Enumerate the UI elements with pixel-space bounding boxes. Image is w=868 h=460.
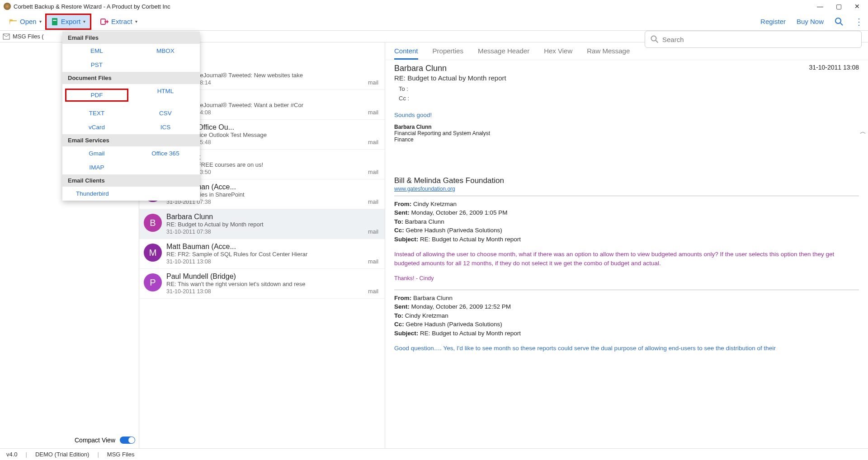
export-mbox[interactable]: MBOX <box>156 47 175 54</box>
export-imap[interactable]: IMAP <box>89 164 104 171</box>
extract-button[interactable]: Extract ▾ <box>96 15 142 28</box>
sig-title: Financial Reporting and System Analyst <box>394 130 859 136</box>
q2-sent-label: Sent: <box>394 303 410 310</box>
q1-subj: RE: Budget to Actual by Month report <box>420 236 521 243</box>
preview-subject: RE: Budget to Actual by Month report <box>394 74 859 82</box>
q2-from: Barbara Clunn <box>413 295 453 301</box>
message-item[interactable]: P Paul Mundell (Bridge) RE: This wan't t… <box>139 269 385 299</box>
open-label: Open <box>20 18 37 25</box>
msg-subject: RE: This wan't the right version let's s… <box>166 281 378 287</box>
register-link[interactable]: Register <box>760 18 786 25</box>
tab-content[interactable]: Content <box>394 47 418 60</box>
tab-properties[interactable]: Properties <box>433 47 463 60</box>
tab-raw-message[interactable]: Raw Message <box>587 47 630 60</box>
preview-from: Barbara Clunn <box>394 64 447 73</box>
q1-to: Barbara Clunn <box>405 218 444 225</box>
svg-rect-1 <box>53 20 57 21</box>
msg-tag: mail <box>368 109 378 116</box>
q1-sent-label: Sent: <box>394 209 410 216</box>
sig-name: Barbara Clunn <box>394 124 432 130</box>
compact-view-toggle[interactable] <box>120 437 135 444</box>
export-thunderbird[interactable]: Thunderbird <box>76 190 109 197</box>
status-bar: v4.0 | DEMO (Trial Edition) | MSG Files <box>0 448 868 460</box>
chevron-down-icon: ▾ <box>39 19 42 24</box>
status-demo: DEMO (Trial Edition) <box>35 451 89 458</box>
q2-sent: Monday, October 26, 2009 12:52 PM <box>411 303 511 310</box>
q1-body: Instead of allowing the user to choose m… <box>394 250 859 268</box>
msg-date: 31-10-2011 13:08 <box>166 258 211 265</box>
avatar: B <box>144 214 162 232</box>
msg-subject: RE: Budget to Actual by Month report <box>166 221 378 228</box>
msg-from: Paul Mundell (Bridge) <box>166 272 378 281</box>
open-button[interactable]: Open ▾ <box>5 15 46 28</box>
msg-date: 31-10-2011 07:38 <box>166 229 211 235</box>
msg-from: Matt Bauman (Acce... <box>166 243 378 251</box>
dd-section-email-services: Email Services <box>62 134 200 146</box>
msg-tag: mail <box>368 229 378 235</box>
sig-dept: Finance <box>394 136 859 143</box>
title-bar: Corbett Backup & Restore Wizard - A Prod… <box>0 0 868 13</box>
buy-now-link[interactable]: Buy Now <box>797 18 824 25</box>
main-toolbar: Open ▾ Export ▾ Extract ▾ Register Buy N… <box>0 13 868 31</box>
compact-view-row: Compact View <box>0 432 139 448</box>
search-input[interactable] <box>645 31 862 48</box>
q1-from: Cindy Kretzman <box>413 201 457 207</box>
export-office365[interactable]: Office 365 <box>151 150 179 157</box>
export-eml[interactable]: EML <box>90 47 103 54</box>
q2-body: Good question…. Yes, I'd like to see mon… <box>394 344 859 353</box>
tab-hex-view[interactable]: Hex View <box>544 47 572 60</box>
chevron-down-icon: ▾ <box>135 19 137 24</box>
export-dropdown: Email Files EML MBOX PST Document Files … <box>62 32 200 201</box>
export-gmail[interactable]: Gmail <box>89 150 104 157</box>
minimize-icon[interactable]: — <box>817 3 823 10</box>
search-field[interactable] <box>662 36 856 43</box>
export-button[interactable]: Export ▾ <box>45 14 91 30</box>
more-menu-icon[interactable]: ⋮ <box>854 17 863 26</box>
svg-rect-0 <box>52 18 57 25</box>
preview-to: To : <box>399 84 859 94</box>
q2-subj-label: Subject: <box>394 330 418 337</box>
preview-date: 31-10-2011 13:08 <box>809 64 859 73</box>
q1-from-label: From: <box>394 201 411 207</box>
foundation-link[interactable]: www.gatesfoundation.org <box>394 186 455 192</box>
msg-from: Barbara Clunn <box>166 213 378 221</box>
quoted-block-2: From: Barbara Clunn Sent: Monday, Octobe… <box>394 294 859 353</box>
status-version: v4.0 <box>6 451 18 458</box>
search-icon[interactable] <box>835 17 844 26</box>
q1-sent: Monday, October 26, 2009 1:05 PM <box>411 209 508 216</box>
q2-subj: RE: Budget to Actual by Month report <box>420 330 521 337</box>
msg-subject: RE: FR2: Sample of SQL Rules for Cost Ce… <box>166 251 378 258</box>
export-csv[interactable]: CSV <box>159 110 172 117</box>
export-html[interactable]: HTML <box>157 88 174 94</box>
dd-section-email-files: Email Files <box>62 32 200 44</box>
export-ics[interactable]: ICS <box>160 124 171 131</box>
scroll-up-icon[interactable]: ︿ <box>860 128 866 136</box>
message-item[interactable]: B Barbara Clunn RE: Budget to Actual by … <box>139 209 385 239</box>
quoted-block-1: From: Cindy Kretzman Sent: Monday, Octob… <box>394 200 859 282</box>
q2-from-label: From: <box>394 295 411 301</box>
tab-message-header[interactable]: Message Header <box>478 47 529 60</box>
folder-open-icon <box>9 18 17 25</box>
export-pst[interactable]: PST <box>91 61 103 68</box>
export-label: Export <box>61 18 80 25</box>
msg-date: 31-10-2011 13:08 <box>166 288 211 295</box>
export-text[interactable]: TEXT <box>89 110 105 117</box>
close-icon[interactable]: ✕ <box>854 3 860 10</box>
q2-to-label: To: <box>394 312 403 319</box>
app-logo-icon <box>4 3 11 10</box>
message-item[interactable]: M Matt Bauman (Acce... RE: FR2: Sample o… <box>139 239 385 269</box>
q1-thanks: Thanks! - Cindy <box>394 274 859 282</box>
export-vcard[interactable]: vCard <box>89 124 105 131</box>
msg-tag: mail <box>368 199 378 205</box>
avatar: M <box>144 244 162 262</box>
foundation-name: Bill & Melinda Gates Foundation <box>394 176 859 185</box>
msg-file-icon <box>3 33 10 40</box>
q2-to: Cindy Kretzman <box>405 312 448 319</box>
search-icon <box>651 35 659 43</box>
maximize-icon[interactable]: ▢ <box>836 3 842 10</box>
msg-tag: mail <box>368 139 378 146</box>
export-pdf[interactable]: PDF <box>91 92 103 99</box>
q2-cc-label: Cc: <box>394 321 404 328</box>
body-line-1: Sounds good! <box>394 112 859 118</box>
extract-label: Extract <box>111 18 132 25</box>
